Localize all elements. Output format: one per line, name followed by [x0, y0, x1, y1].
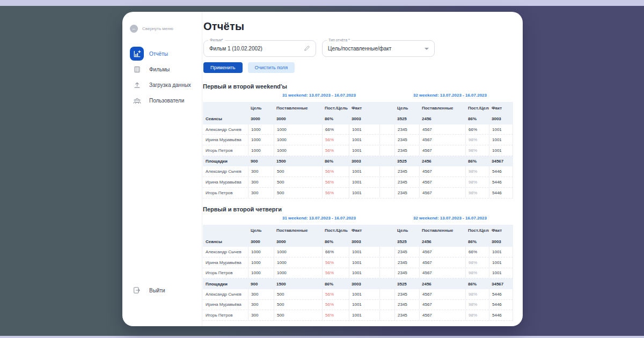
table-cell: 98%: [465, 177, 489, 187]
table-gap-cell: [379, 268, 394, 278]
table-cell: 1000: [248, 247, 274, 257]
table-cell: 4567: [419, 268, 465, 278]
table-cell: 300: [248, 310, 274, 320]
table-cell: 2345: [394, 124, 419, 135]
table-cell: 2456: [419, 116, 465, 121]
table-cell: 1001: [349, 268, 379, 278]
logout-button[interactable]: Выйти: [130, 286, 197, 294]
report-table: ЦельПоставленныеПост./ЦельФактЦельПостав…: [203, 102, 513, 199]
table-cell: 56%: [322, 188, 349, 198]
table-cell: 34567: [489, 282, 513, 286]
table-cell: 2345: [394, 145, 419, 156]
table-cell: 86%: [322, 282, 349, 286]
table-cell: 500: [274, 166, 322, 177]
row-name-cell: Сеансы: [203, 116, 248, 121]
table-cell: 4567: [419, 310, 465, 320]
sidebar-nav: Отчёты Фильмы Загрузка: [130, 47, 197, 107]
table-cell: 56%: [322, 166, 349, 177]
table-row: Площадки900150086%30033525245686%34567: [203, 156, 513, 167]
row-name-cell: Площадки: [203, 282, 248, 286]
sidebar-item-upload[interactable]: Загрузка данных: [130, 78, 197, 92]
section-title: Первый и второй weekend'ы: [203, 83, 513, 90]
table-cell: 98%: [465, 289, 489, 299]
table-row: Игорь Петров30050056%10012345456798%5446: [203, 188, 513, 199]
table-cell: 300: [248, 177, 274, 187]
report-section-thursdays: Первый и второй четверги 31 weekend: 13.…: [203, 206, 513, 321]
table-cell: 1000: [248, 135, 274, 145]
table-row: Александр Сычев30050056%10012345456798%5…: [203, 166, 513, 177]
table-cell: 3003: [349, 239, 379, 244]
table-cell: 3003: [489, 239, 513, 244]
collapse-menu-button[interactable]: ← Свернуть меню: [130, 25, 197, 33]
row-name-cell: Игорь Петров: [203, 148, 248, 153]
row-name-cell: Александр Сычев: [203, 169, 248, 174]
table-cell: 300: [248, 188, 274, 198]
table-cell: 98%: [465, 268, 489, 278]
table-cell: 300: [248, 300, 274, 310]
table-cell: 3000: [274, 116, 322, 121]
table-cell: 5446: [489, 177, 513, 187]
table-row: Александр Сычев30050056%10012345456798%5…: [203, 289, 513, 300]
table-cell: 4567: [419, 258, 465, 268]
apply-button[interactable]: Применить: [203, 62, 243, 73]
sidebar-item-users[interactable]: Пользователи: [130, 93, 197, 107]
film-field-label: Фильм*: [208, 38, 225, 42]
film-field[interactable]: Фильм* Фильм 1 (10.02.2002): [203, 40, 316, 57]
table-cell: 1001: [349, 310, 379, 320]
table-cell: 2345: [394, 188, 419, 198]
table-cell: 2345: [394, 300, 419, 310]
table-cell: 3000: [248, 239, 274, 244]
table-cell: 56%: [322, 135, 349, 145]
table-row: Игорь Петров30050056%10012345456798%5446: [203, 310, 513, 321]
weekend-link-31[interactable]: 31 weekend: 13.07.2023 - 16.07.2023: [282, 216, 356, 221]
table-cell: 2456: [419, 239, 465, 244]
app-window: ← Свернуть меню Отчёты: [122, 12, 523, 326]
table-cell: 1000: [274, 124, 322, 135]
table-row: Сеансы3000300086%30033525245686%3003: [203, 237, 513, 247]
report-table: ЦельПоставленныеПост./ЦельФактЦельПостав…: [203, 225, 513, 321]
table-cell: 3525: [394, 282, 419, 286]
logout-icon: [130, 286, 144, 294]
table-cell: 2345: [394, 177, 419, 187]
table-cell: 1000: [274, 135, 322, 145]
table-cell: 4567: [419, 124, 465, 135]
report-type-select[interactable]: Тип отчёта * Цель/поставленные/факт: [322, 40, 435, 57]
edit-pencil-icon[interactable]: [304, 44, 310, 54]
table-cell: 86%: [465, 116, 489, 121]
table-row: Ирина Муравьёва1000100056%10012345456798…: [203, 258, 513, 268]
table-cell: 1001: [349, 289, 379, 299]
period-links: 31 weekend: 13.07.2023 - 16.07.2023 32 w…: [203, 93, 513, 99]
collapse-menu-label: Свернуть меню: [142, 26, 173, 31]
table-header-row: ЦельПоставленныеПост./ЦельФактЦельПостав…: [203, 225, 513, 237]
table-cell: 1000: [248, 145, 274, 156]
table-cell: 56%: [322, 268, 349, 278]
table-row: Игорь Петров1000100056%10012345456798%10…: [203, 145, 513, 156]
period-links: 31 weekend: 13.07.2023 - 16.07.2023 32 w…: [203, 216, 513, 222]
table-cell: 300: [248, 289, 274, 299]
table-header-cell: Пост./Цель: [465, 228, 489, 233]
table-header-cell: Факт: [349, 228, 379, 233]
sidebar-item-reports[interactable]: Отчёты: [130, 47, 197, 61]
table-cell: 4567: [419, 300, 465, 310]
sidebar: ← Свернуть меню Отчёты: [122, 12, 202, 326]
table-cell: 500: [274, 300, 322, 310]
table-cell: 98%: [465, 145, 489, 156]
table-cell: 500: [274, 289, 322, 299]
weekend-link-31[interactable]: 31 weekend: 13.07.2023 - 16.07.2023: [282, 93, 356, 98]
weekend-link-32[interactable]: 32 weekend: 13.07.2023 - 16.07.2023: [413, 216, 487, 221]
table-cell: 500: [274, 188, 322, 198]
table-cell: 500: [274, 177, 322, 187]
table-header-cell: Факт: [349, 106, 379, 111]
collapse-arrow-icon: ←: [130, 25, 138, 33]
table-cell: 98%: [465, 135, 489, 145]
clear-fields-button[interactable]: Очистить поля: [248, 62, 295, 73]
table-cell: 98%: [465, 310, 489, 320]
sidebar-item-films[interactable]: Фильмы: [130, 62, 197, 76]
table-cell: 4567: [419, 177, 465, 187]
table-cell: 56%: [322, 177, 349, 187]
table-header-cell: Цель: [394, 106, 419, 111]
table-cell: 3003: [489, 116, 513, 121]
table-cell: 1001: [489, 258, 513, 268]
weekend-link-32[interactable]: 32 weekend: 13.07.2023 - 16.07.2023: [413, 93, 487, 98]
report-type-label: Тип отчёта *: [327, 38, 352, 42]
